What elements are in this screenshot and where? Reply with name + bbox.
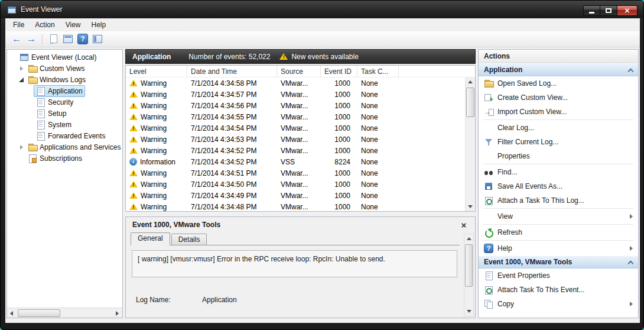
tree-item-applications-and-services-lo[interactable]: Applications and Services Lo	[7, 141, 122, 153]
event-datetime-cell: 7/1/2014 4:34:49 PM	[187, 192, 277, 200]
scroll-left-icon[interactable]	[7, 308, 17, 318]
menu-action[interactable]: Action	[30, 19, 60, 31]
tree-item-forwarded-events[interactable]: Forwarded Events	[7, 130, 122, 141]
scroll-right-icon[interactable]	[112, 308, 122, 318]
tree-item-system[interactable]: System	[7, 119, 122, 130]
action-open-saved-log[interactable]: Open Saved Log...	[479, 76, 638, 90]
action-attach-task-to-this-event[interactable]: Attach Task To This Event...	[479, 283, 638, 297]
event-level-text: Warning	[141, 113, 167, 121]
event-id-cell: 1000	[321, 124, 357, 132]
forward-icon[interactable]	[25, 34, 38, 44]
action-attach-a-task-to-this-log[interactable]: Attach a Task To This Log...	[479, 193, 638, 208]
event-row[interactable]: Warning7/1/2014 4:34:49 PMVMwar...1000No…	[126, 190, 475, 201]
collapse-chevron-icon[interactable]	[628, 68, 634, 74]
icon-spacer	[484, 151, 493, 161]
preview-scroll-thumb[interactable]	[465, 244, 473, 287]
tree-item-setup[interactable]: Setup	[7, 108, 122, 119]
events-vertical-scrollbar[interactable]	[465, 77, 475, 211]
section-header-application[interactable]: Application	[479, 63, 638, 76]
action-properties[interactable]: Properties	[479, 149, 638, 163]
event-task-cell: None	[357, 90, 399, 99]
event-row[interactable]: Warning7/1/2014 4:34:51 PMVMwar...1000No…	[126, 167, 475, 179]
toolbar	[5, 31, 640, 47]
action-help[interactable]: Help	[479, 241, 638, 255]
action-event-properties[interactable]: Event Properties	[479, 268, 638, 283]
title-bar[interactable]: Event Viewer	[1, 1, 643, 18]
tree-item-windows-logs[interactable]: Windows Logs	[7, 74, 122, 85]
minimize-button[interactable]	[583, 5, 600, 16]
event-task-cell: None	[357, 135, 399, 144]
action-clear-log[interactable]: Clear Log...	[479, 121, 638, 135]
back-icon[interactable]	[10, 34, 23, 44]
tree-item-security[interactable]: Security	[7, 96, 122, 108]
tab-details[interactable]: Details	[171, 234, 207, 245]
folder-icon	[28, 75, 37, 85]
action-label: Copy	[497, 300, 514, 308]
event-row[interactable]: Warning7/1/2014 4:34:50 PMVMwar...1000No…	[126, 179, 475, 190]
event-row[interactable]: Warning7/1/2014 4:34:57 PMVMwar...1000No…	[126, 89, 475, 100]
action-copy[interactable]: Copy	[479, 297, 638, 311]
action-find[interactable]: Find...	[479, 165, 638, 179]
event-datetime-cell: 7/1/2014 4:34:58 PM	[187, 79, 277, 88]
tree-horizontal-scrollbar[interactable]	[7, 308, 122, 318]
menu-file[interactable]: File	[8, 19, 30, 31]
column-header-date-and-time[interactable]: Date and Time	[187, 66, 277, 77]
collapsed-expander-icon[interactable]	[18, 143, 25, 151]
action-pane-toggle-icon[interactable]	[92, 34, 103, 44]
event-level-cell: Warning	[126, 102, 187, 110]
tree-item-application[interactable]: Application	[7, 85, 122, 96]
action-import-custom-view[interactable]: Import Custom View...	[479, 105, 638, 119]
scroll-down-icon[interactable]	[464, 306, 473, 316]
menu-view[interactable]: View	[60, 19, 86, 31]
preview-close-icon[interactable]	[459, 220, 469, 230]
tab-general[interactable]: General	[131, 232, 170, 245]
scroll-up-icon[interactable]	[466, 77, 475, 87]
new-events-warning-icon	[279, 53, 288, 60]
action-save-all-events-as[interactable]: Save All Events As...	[479, 179, 638, 193]
collapse-chevron-icon[interactable]	[628, 260, 634, 266]
expanded-expander-icon[interactable]	[18, 76, 25, 83]
menu-bar: FileActionViewHelp	[5, 18, 640, 31]
event-source-cell: VMwar...	[277, 203, 321, 211]
event-row[interactable]: Warning7/1/2014 4:34:55 PMVMwar...1000No…	[126, 111, 475, 122]
scroll-down-icon[interactable]	[466, 202, 475, 211]
warning-icon	[129, 180, 138, 188]
tree-item-subscriptions[interactable]: Subscriptions	[7, 153, 122, 164]
maximize-button[interactable]	[600, 5, 617, 16]
action-refresh[interactable]: Refresh	[479, 225, 638, 240]
console-tree-toggle-icon[interactable]	[63, 34, 73, 44]
action-filter-current-log[interactable]: Filter Current Log...	[479, 135, 638, 149]
column-header-task-c[interactable]: Task C...	[357, 66, 399, 77]
action-view[interactable]: View	[479, 209, 638, 224]
preview-vertical-scrollbar[interactable]	[464, 234, 474, 316]
export-log-icon[interactable]	[48, 34, 58, 44]
action-create-custom-view[interactable]: Create Custom View...	[479, 90, 638, 105]
separator	[483, 224, 633, 225]
events-scroll-thumb[interactable]	[466, 88, 474, 117]
event-level-cell: Warning	[126, 124, 187, 132]
event-row[interactable]: Warning7/1/2014 4:34:58 PMVMwar...1000No…	[126, 77, 475, 89]
column-header-source[interactable]: Source	[277, 66, 321, 77]
horizontal-scroll-thumb[interactable]	[18, 309, 60, 317]
tree-item-custom-views[interactable]: Custom Views	[7, 63, 122, 74]
close-button[interactable]	[617, 5, 638, 16]
tree-item-event-viewer-local[interactable]: Event Viewer (Local)	[7, 51, 122, 63]
event-viewer-window: Event Viewer FileActionViewHelp Event Vi…	[0, 0, 644, 330]
event-level-text: Warning	[141, 79, 167, 88]
event-row[interactable]: Warning7/1/2014 4:34:48 PMVMwar...1000No…	[126, 201, 475, 212]
event-row[interactable]: Warning7/1/2014 4:34:52 PMVMwar...1000No…	[126, 145, 475, 156]
section-header-event-1000-vmware-tools[interactable]: Event 1000, VMware Tools	[479, 255, 638, 268]
column-header-level[interactable]: Level	[126, 66, 187, 77]
tree-item-label: Event Viewer (Local)	[31, 53, 97, 62]
column-header-event-id[interactable]: Event ID	[321, 66, 357, 77]
event-row[interactable]: Warning7/1/2014 4:34:56 PMVMwar...1000No…	[126, 100, 475, 111]
scroll-up-icon[interactable]	[464, 234, 473, 244]
help-toolbar-icon[interactable]	[77, 34, 88, 44]
event-row[interactable]: Warning7/1/2014 4:34:54 PMVMwar...1000No…	[126, 122, 475, 134]
event-table-header: LevelDate and TimeSourceEvent IDTask C..…	[126, 66, 475, 77]
menu-help[interactable]: Help	[86, 19, 112, 31]
event-row[interactable]: Warning7/1/2014 4:34:53 PMVMwar...1000No…	[126, 134, 475, 145]
tree-item-label: Custom Views	[40, 64, 84, 73]
event-row[interactable]: Information7/1/2014 4:34:52 PMVSS8224Non…	[126, 156, 475, 167]
collapsed-expander-icon[interactable]	[18, 64, 25, 72]
